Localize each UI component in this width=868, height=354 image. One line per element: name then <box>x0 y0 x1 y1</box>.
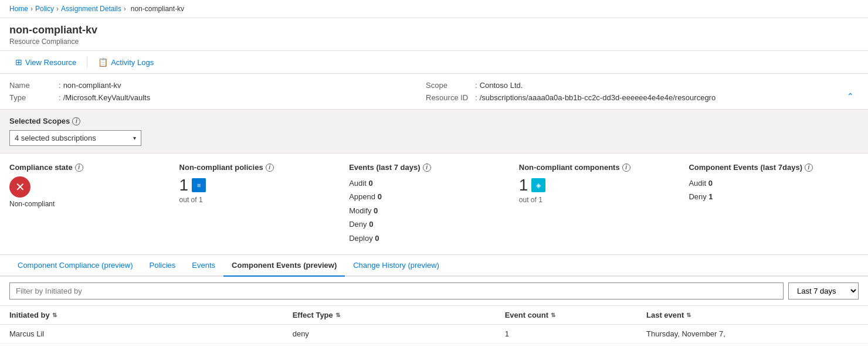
toolbar: ⊞ View Resource 📋 Activity Logs <box>0 51 868 74</box>
tab-component-events[interactable]: Component Events (preview) <box>223 255 345 277</box>
breadcrumb-assignment-details[interactable]: Assignment Details <box>61 5 121 13</box>
name-value: non-compliant-kv <box>63 81 121 90</box>
component-icon: ◈ <box>531 178 545 192</box>
breadcrumb: Home › Policy › Assignment Details › non… <box>0 0 868 18</box>
scope-value: Contoso Ltd. <box>480 81 523 90</box>
name-label: Name <box>9 81 56 90</box>
activity-logs-icon: 📋 <box>98 57 108 67</box>
table-header: Initiated by ⇅ Effect Type ⇅ Event count… <box>0 306 868 325</box>
page-title: non-compliant-kv <box>9 24 859 36</box>
toolbar-separator <box>87 56 87 68</box>
breadcrumb-home[interactable]: Home <box>9 5 28 13</box>
col-count-sort-icon[interactable]: ⇅ <box>551 312 555 318</box>
append-value: 0 <box>378 192 382 201</box>
col-initiated-sort-icon[interactable]: ⇅ <box>52 312 57 318</box>
resource-info-right: Scope : Contoso Ltd. Resource ID : /subs… <box>426 81 842 102</box>
tab-policies[interactable]: Policies <box>141 255 184 277</box>
info-row-name: Name : non-compliant-kv <box>9 81 426 90</box>
append-label: Append <box>349 192 375 201</box>
col-header-effect: Effect Type ⇅ <box>293 311 505 319</box>
info-row-type: Type : /Microsoft.KeyVault/vaults <box>9 93 426 102</box>
tab-change-history[interactable]: Change History (preview) <box>345 255 447 277</box>
breadcrumb-current: non-compliant-kv <box>131 5 184 13</box>
table-row: Marcus Lil deny 1 Thursday, November 7, <box>0 325 868 343</box>
type-label: Type <box>9 93 56 102</box>
info-row-scope: Scope : Contoso Ltd. <box>426 81 842 90</box>
filter-section: Last 7 days <box>0 277 868 306</box>
scopes-label: Selected Scopes i <box>9 117 859 125</box>
policy-icon: ≡ <box>192 178 206 192</box>
deny-label: Deny <box>349 220 367 229</box>
compliance-state-title: Compliance state i <box>9 163 168 172</box>
type-value: /Microsoft.KeyVault/vaults <box>63 93 151 102</box>
activity-logs-button[interactable]: 📋 Activity Logs <box>92 55 160 70</box>
col-initiated-by-label: Initiated by <box>9 311 50 319</box>
noncompliant-icon: ✕ <box>9 176 30 198</box>
cell-effect-type: deny <box>293 329 505 338</box>
scope-dropdown-value: 4 selected subscriptions <box>15 134 96 142</box>
comp-audit-value: 0 <box>708 179 713 188</box>
comp-deny-label: Deny <box>689 192 706 201</box>
non-compliant-components-sub: out of 1 <box>519 196 677 204</box>
deploy-value: 0 <box>375 234 379 243</box>
comp-audit-label: Audit <box>689 179 706 188</box>
audit-value: 0 <box>368 179 372 188</box>
compliance-state-info-icon: i <box>75 164 83 172</box>
modify-label: Modify <box>349 206 371 215</box>
non-compliant-components-value: 1 <box>519 176 528 195</box>
col-last-event-label: Last event <box>646 311 684 319</box>
deploy-label: Deploy <box>349 234 372 243</box>
resource-id-label: Resource ID <box>426 93 473 102</box>
non-compliant-components-title: Non-compliant components i <box>519 163 677 172</box>
table-section: Initiated by ⇅ Effect Type ⇅ Event count… <box>0 306 868 343</box>
non-compliant-policies-info-icon: i <box>266 164 274 172</box>
date-filter-select[interactable]: Last 7 days <box>788 282 859 299</box>
col-header-initiated: Initiated by ⇅ <box>9 311 293 319</box>
events-info-icon: i <box>423 164 431 172</box>
col-header-last-event: Last event ⇅ <box>646 311 859 319</box>
scopes-title-text: Selected Scopes <box>9 117 70 125</box>
non-compliant-components-info-icon: i <box>622 164 630 172</box>
col-last-event-sort-icon[interactable]: ⇅ <box>686 312 691 318</box>
col-effect-sort-icon[interactable]: ⇅ <box>335 312 340 318</box>
events-title-text: Events (last 7 days) <box>349 163 420 172</box>
tab-component-compliance[interactable]: Component Compliance (preview) <box>9 255 141 277</box>
component-events-title: Component Events (last 7days) i <box>689 163 847 172</box>
view-resource-icon: ⊞ <box>15 57 22 67</box>
collapse-button[interactable]: ⌃ <box>842 90 859 102</box>
resource-info-left: Name : non-compliant-kv Type : /Microsof… <box>9 81 426 102</box>
view-resource-button[interactable]: ⊞ View Resource <box>9 55 82 70</box>
info-row-resource-id: Resource ID : /subscriptions/aaaa0a0a-bb… <box>426 93 842 102</box>
compliance-state-block: Compliance state i ✕ Non-compliant <box>9 163 179 245</box>
comp-deny-value: 1 <box>708 192 713 201</box>
breadcrumb-policy[interactable]: Policy <box>35 5 54 13</box>
filter-input[interactable] <box>9 282 784 299</box>
component-events-info-icon: i <box>805 164 813 172</box>
chevron-down-icon: ▾ <box>133 135 136 141</box>
scopes-info-icon: i <box>72 117 80 125</box>
resource-id-value: /subscriptions/aaaa0a0a-bb1b-cc2c-dd3d-e… <box>480 93 716 102</box>
tab-events[interactable]: Events <box>184 255 223 277</box>
deny-value: 0 <box>369 220 373 229</box>
cell-event-count: 1 <box>505 329 646 338</box>
scope-dropdown[interactable]: 4 selected subscriptions ▾ <box>9 130 141 146</box>
non-compliant-components-title-text: Non-compliant components <box>519 163 620 172</box>
non-compliant-policies-block: Non-compliant policies i 1 ≡ out of 1 <box>179 163 350 245</box>
cell-initiated-by: Marcus Lil <box>9 329 293 338</box>
collapse-icon: ⌃ <box>847 91 854 101</box>
tabs-section: Component Compliance (preview) Policies … <box>0 255 868 277</box>
activity-logs-label: Activity Logs <box>111 58 154 67</box>
noncompliant-label: Non-compliant <box>9 200 168 208</box>
events-block: Events (last 7 days) i Audit 0 Append 0 … <box>349 163 519 245</box>
page-header: non-compliant-kv Resource Compliance <box>0 18 868 51</box>
component-events-list: Audit 0 Deny 1 <box>689 176 847 204</box>
non-compliant-components-block: Non-compliant components i 1 ◈ out of 1 <box>519 163 689 245</box>
events-list: Audit 0 Append 0 Modify 0 Deny 0 Deploy … <box>349 176 507 245</box>
non-compliant-policies-sub: out of 1 <box>179 196 338 204</box>
non-compliant-policies-title: Non-compliant policies i <box>179 163 338 172</box>
component-events-block: Component Events (last 7days) i Audit 0 … <box>689 163 859 245</box>
modify-value: 0 <box>374 206 378 215</box>
non-compliant-policies-row: 1 ≡ <box>179 176 338 195</box>
component-events-title-text: Component Events (last 7days) <box>689 163 802 172</box>
page-subtitle: Resource Compliance <box>9 38 859 46</box>
